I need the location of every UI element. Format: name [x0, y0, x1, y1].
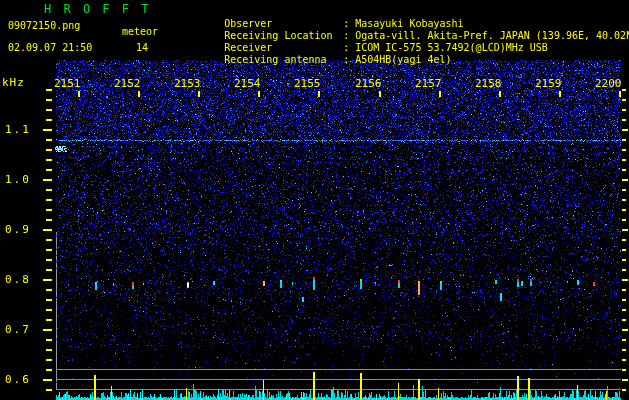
info-row-observer: Observer:Masayuki Kobayashi	[176, 6, 629, 18]
info-value: A504HB(yagi 4el)	[355, 54, 451, 65]
info-value: Masayuki Kobayashi	[355, 18, 463, 29]
station-info: Observer:Masayuki Kobayashi Receiving Lo…	[176, 6, 629, 54]
info-value: Ogata-vill. Akita-Pref. JAPAN (139.96E, …	[355, 30, 629, 41]
info-sep: :	[343, 54, 349, 65]
info-value: ICOM IC-575 53.7492(@LCD)MHz USB	[355, 42, 548, 53]
info-label: Observer	[224, 18, 343, 30]
observation-mode: meteor	[122, 26, 158, 37]
observation-datetime: 02.09.07 21:50	[8, 42, 92, 53]
output-filename: 09072150.png	[8, 20, 80, 31]
hrofft-screen: H R O F F T 09072150.png meteor 02.09.07…	[0, 0, 629, 400]
info-label: Receiving Location	[224, 30, 343, 42]
info-label: Receiving antenna	[224, 54, 343, 66]
info-sep: :	[343, 42, 349, 53]
header: H R O F F T 09072150.png meteor 02.09.07…	[0, 0, 629, 58]
echo-count: 14	[136, 42, 148, 53]
info-sep: :	[343, 30, 349, 41]
info-label: Receiver	[224, 42, 343, 54]
info-sep: :	[343, 18, 349, 29]
app-title: H R O F F T	[44, 2, 151, 16]
